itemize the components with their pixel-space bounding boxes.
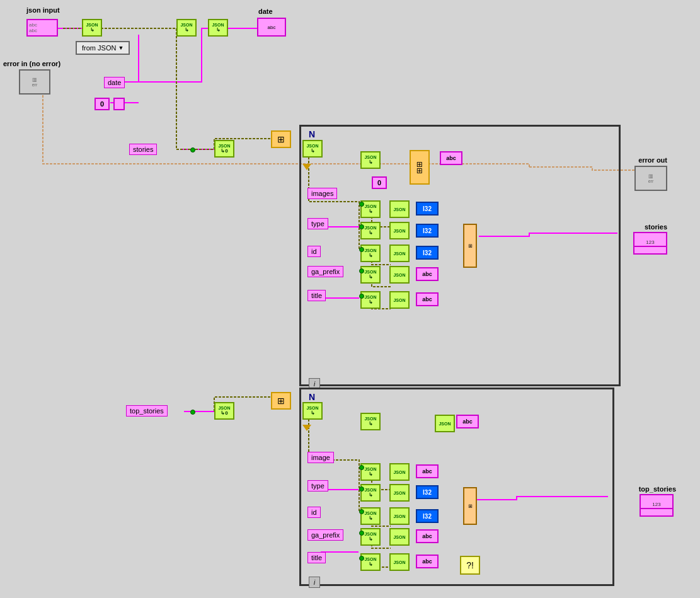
top-stories-json-node[interactable]: JSON ↳0 [214,402,234,420]
error-out-terminal: ▥ err [634,166,667,191]
loop2-id-label: id [307,507,321,518]
question-node[interactable]: ?! [460,556,480,575]
loop1-id-i32: I32 [416,246,439,260]
conn-dot-6 [359,294,364,299]
loop2-i-label: i [309,577,320,588]
error-in-terminal: ▥ err [19,69,50,95]
loop2-triangle [302,425,311,431]
conn-dot-3 [359,224,364,229]
loop1-ga-json2[interactable]: JSON [389,266,410,284]
json-input-terminal[interactable]: abc abc [26,19,58,37]
loop1-output-cluster[interactable]: ⊞ [463,224,477,268]
loop1-abc-out: abc [440,151,462,165]
error-out-label: error out [638,156,667,164]
loop1-title-abc: abc [416,292,439,306]
ga-prefix-label: ga_prefix [307,266,343,277]
loop2-json-1[interactable]: JSON ↳ [302,402,323,420]
loop1-title-json2[interactable]: JSON [389,291,410,309]
loop2-title-label: title [307,552,326,563]
loop1-build-cluster[interactable]: ⊞⊞ [410,150,430,185]
loop1-array-node[interactable]: ⊞ [271,130,291,148]
conn-dot-1 [190,147,195,152]
loop2-type-i32: I32 [416,485,439,499]
loop2-id-json2[interactable]: JSON [389,507,410,525]
loop1-json-inner[interactable]: JSON ↳ [360,151,381,169]
stories-out-label: stories [645,223,667,231]
loop2-type-json2[interactable]: JSON [389,484,410,502]
conn-dot-4 [359,247,364,252]
loop1-json-1[interactable]: JSON ↳ [302,140,323,158]
date-output-label: date [258,8,273,15]
loop1-id-json2[interactable]: JSON [389,244,410,262]
loop2-json-inner[interactable]: JSON ↳ [360,413,381,430]
loop1-images-json2[interactable]: JSON [389,200,410,218]
conn-dot-7 [190,410,195,415]
loop2-ga-prefix-label: ga_prefix [307,529,343,541]
error-in-label: error in (no error) [3,60,60,67]
json-node-3[interactable]: JSON ↳ [208,19,228,37]
conn-dot-10 [359,509,364,514]
top-stories-out-terminal[interactable]: 123 [640,494,674,517]
loop1-type-json2[interactable]: JSON [389,222,410,239]
loop1-type-i32: I32 [416,224,439,238]
date-output-terminal[interactable]: abc [257,18,286,37]
json-conversion-node[interactable]: JSON ↳ [82,19,102,37]
type-label: type [307,218,328,229]
from-json-dropdown[interactable]: from JSON ▼ [76,41,130,55]
loop1-n-label: N [309,129,315,139]
json-input-label: json input [26,6,60,14]
top-stories-out-label: top_stories [639,485,676,493]
loop2-abc-out: abc [456,415,479,428]
loop1-ga-abc: abc [416,267,439,281]
stories-out-terminal[interactable]: 123 [633,232,667,255]
title-label: title [307,290,326,301]
loop2-output-cluster[interactable]: ⊞ [463,487,477,525]
conn-dot-5 [359,268,364,273]
conn-dot-9 [359,486,364,492]
loop1-images-i32: I32 [416,202,439,216]
loop2-n-label: N [309,392,315,402]
stories-label: stories [129,144,157,155]
loop2-image-json2[interactable]: JSON [389,463,410,481]
conn-dot-12 [359,556,364,561]
conn-dot-8 [359,465,364,470]
loop1-triangle [302,164,311,170]
loop2-image-abc: abc [416,464,439,478]
loop2-id-i32: I32 [416,509,439,523]
zero-constant: 0 [95,98,110,110]
loop2-json-abc[interactable]: JSON [435,415,455,432]
loop2-title-json2[interactable]: JSON [389,553,410,571]
date-inner-label: date [104,77,125,88]
loop2-title-abc: abc [416,555,439,568]
images-label: images [307,188,337,199]
loop2-ga-json2[interactable]: JSON [389,528,410,546]
loop2-array-node[interactable]: ⊞ [271,392,291,410]
json-node-2[interactable]: JSON ↳ [176,19,197,37]
conn-dot-11 [359,531,364,536]
stories-json-node[interactable]: JSON ↳0 [214,140,234,158]
loop2-ga-abc: abc [416,529,439,543]
loop1-zero: 0 [372,176,387,189]
loop2-type-label: type [307,480,328,492]
image-label: image [307,452,334,463]
conn-dot-2 [359,202,364,207]
zero-output-box [113,98,125,110]
id-label: id [307,246,321,257]
top-stories-label: top_stories [126,405,168,417]
